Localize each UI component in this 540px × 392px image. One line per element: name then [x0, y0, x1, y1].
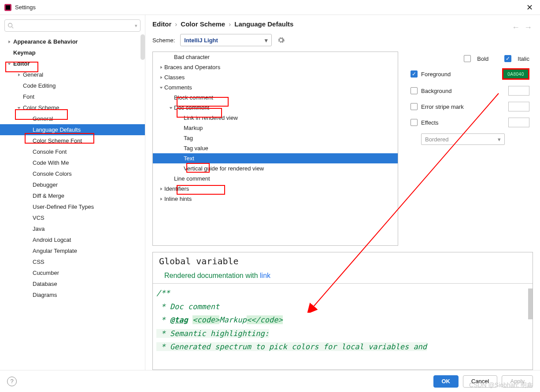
search-input[interactable]: ▾	[4, 19, 141, 32]
tree-label: General	[33, 115, 53, 122]
attr-item[interactable]: Text	[153, 153, 398, 163]
attr-item[interactable]: Doc comment	[153, 103, 398, 113]
sidebar-item[interactable]: Diff & Merge	[0, 190, 145, 201]
ok-button[interactable]: OK	[433, 375, 459, 388]
svg-marker-7	[160, 76, 162, 79]
gear-icon[interactable]	[277, 36, 285, 44]
breadcrumb: Editor› Color Scheme› Language Defaults	[152, 20, 533, 28]
error-stripe-checkbox[interactable]	[411, 103, 418, 110]
attr-item[interactable]: Identifiers	[153, 184, 398, 194]
close-icon[interactable]: ✕	[524, 2, 536, 13]
tree-label: Debugger	[33, 181, 58, 188]
tree-label: Java	[33, 226, 44, 232]
sidebar-item[interactable]: User-Defined File Types	[0, 201, 145, 212]
font-props: Bold Italic Foreground 0A8040 Background	[407, 52, 533, 246]
attr-item[interactable]: Tag value	[153, 143, 398, 153]
attr-item[interactable]: Link in rendered view	[153, 113, 398, 123]
sidebar-item[interactable]: Console Font	[0, 146, 145, 157]
sidebar-item[interactable]: Code With Me	[0, 157, 145, 168]
sidebar-item[interactable]: Debugger	[0, 179, 145, 190]
sidebar-item[interactable]: Color Scheme	[0, 102, 145, 113]
sidebar-item[interactable]: Code Editing	[0, 80, 145, 91]
cancel-button[interactable]: Cancel	[463, 375, 497, 388]
italic-checkbox[interactable]	[504, 55, 511, 62]
breadcrumb-item[interactable]: Language Defaults	[234, 20, 293, 28]
nav-forward-icon[interactable]: →	[524, 23, 532, 32]
rendered-link[interactable]: link	[260, 272, 270, 279]
sidebar-item[interactable]: General	[0, 69, 145, 80]
chevron-down-icon[interactable]: ▾	[135, 23, 137, 29]
svg-point-0	[8, 23, 12, 27]
svg-marker-8	[160, 87, 163, 89]
bold-checkbox[interactable]	[464, 55, 471, 62]
sidebar-item[interactable]: Angular Template	[0, 245, 145, 256]
bold-label: Bold	[477, 55, 488, 62]
effects-label: Effects	[421, 119, 439, 126]
foreground-swatch[interactable]: 0A8040	[502, 68, 529, 80]
attribute-tree[interactable]: Bad characterBraces and OperatorsClasses…	[152, 52, 398, 246]
sidebar-item[interactable]: Keymap	[0, 47, 145, 58]
sidebar: ▾ Appearance & BehaviorKeymapEditorGener…	[0, 15, 145, 370]
tree-label: Code Editing	[23, 82, 55, 89]
background-swatch[interactable]	[508, 86, 529, 96]
sidebar-item[interactable]: Diagrams	[0, 289, 145, 300]
effects-swatch[interactable]	[508, 118, 529, 127]
attr-item[interactable]: Markup	[153, 123, 398, 133]
tree-label: Keymap	[13, 49, 36, 56]
apply-button[interactable]: Apply	[502, 375, 533, 388]
effects-checkbox[interactable]	[411, 119, 418, 126]
breadcrumb-item[interactable]: Editor	[152, 20, 171, 28]
tree-label: Database	[33, 281, 57, 287]
breadcrumb-item[interactable]: Color Scheme	[181, 20, 225, 28]
foreground-label: Foreground	[421, 71, 451, 78]
main-panel: ← → Editor› Color Scheme› Language Defau…	[145, 15, 540, 370]
help-icon[interactable]: ?	[7, 377, 17, 386]
attr-label: Comments	[164, 84, 192, 91]
scrollbar[interactable]	[141, 34, 145, 60]
sidebar-item[interactable]: Java	[0, 223, 145, 234]
error-stripe-label: Error stripe mark	[421, 104, 464, 110]
error-stripe-swatch[interactable]	[508, 102, 529, 111]
attr-item[interactable]: Tag	[153, 133, 398, 143]
tree-label: Appearance & Behavior	[13, 38, 78, 45]
search-field[interactable]	[15, 22, 135, 29]
attr-item[interactable]: Bad character	[153, 52, 398, 62]
attr-item[interactable]: Vertical guide for rendered view	[153, 163, 398, 174]
sidebar-item[interactable]: Editor	[0, 58, 145, 69]
foreground-checkbox[interactable]	[411, 70, 418, 78]
attr-label: Identifiers	[164, 185, 189, 192]
attr-item[interactable]: Inline hints	[153, 194, 398, 204]
chevron-right-icon	[158, 65, 164, 70]
chevron-down-icon: ▾	[498, 136, 501, 143]
attr-item[interactable]: Braces and Operators	[153, 62, 398, 72]
preview-panel: Global variable Rendered documentation w…	[152, 252, 533, 370]
tree-label: Android Logcat	[33, 237, 71, 243]
sidebar-item[interactable]: Font	[0, 91, 145, 102]
effects-style-select[interactable]: Bordered▾	[421, 133, 505, 145]
sidebar-item[interactable]: Console Colors	[0, 168, 145, 179]
attr-item[interactable]: Comments	[153, 82, 398, 92]
background-label: Background	[421, 88, 451, 94]
sidebar-item[interactable]: CSS	[0, 256, 145, 267]
sidebar-item[interactable]: Cucumber	[0, 267, 145, 278]
sidebar-item[interactable]: Android Logcat	[0, 234, 145, 245]
nav-back-icon[interactable]: ←	[512, 23, 520, 32]
sidebar-item[interactable]: Database	[0, 278, 145, 289]
scheme-select[interactable]: IntelliJ Light ▾	[180, 34, 272, 46]
background-checkbox[interactable]	[411, 87, 418, 94]
rendered-doc: Rendered documentation with link	[153, 270, 533, 284]
sidebar-item[interactable]: Language Defaults	[0, 124, 145, 135]
attr-item[interactable]: Block comment	[153, 92, 398, 103]
sidebar-item[interactable]: VCS	[0, 212, 145, 223]
attr-label: Line comment	[174, 175, 210, 182]
sidebar-item[interactable]: General	[0, 113, 145, 124]
attr-item[interactable]: Line comment	[153, 174, 398, 184]
attr-item[interactable]: Classes	[153, 72, 398, 82]
settings-tree[interactable]: Appearance & BehaviorKeymapEditorGeneral…	[0, 36, 145, 370]
sidebar-item[interactable]: Color Scheme Font	[0, 135, 145, 146]
attr-label: Tag	[184, 135, 193, 141]
scrollbar[interactable]	[528, 288, 533, 319]
titlebar: Settings ✕	[0, 0, 540, 15]
code-preview: /** * Doc comment * @tag <code>Markup<</…	[153, 284, 533, 356]
sidebar-item[interactable]: Appearance & Behavior	[0, 36, 145, 47]
